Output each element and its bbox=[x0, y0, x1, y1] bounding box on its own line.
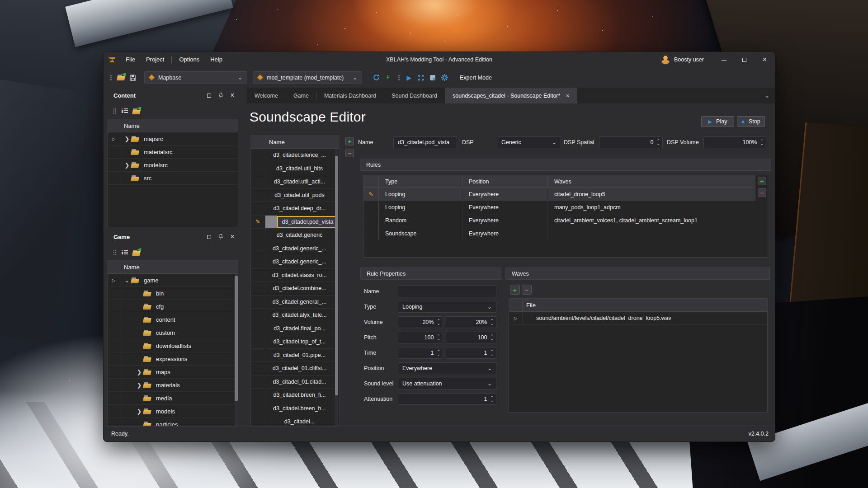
toolbar-grip[interactable] bbox=[109, 75, 113, 81]
add-rule-button[interactable]: + bbox=[758, 177, 766, 185]
soundscape-list-item[interactable]: d3_citadel... bbox=[251, 415, 339, 427]
maximize-button[interactable] bbox=[734, 52, 755, 67]
menu-help[interactable]: Help bbox=[205, 52, 228, 67]
scroll-thumb[interactable] bbox=[335, 156, 338, 395]
tree-row[interactable]: bin bbox=[108, 287, 238, 300]
game-tree-scrollbar[interactable] bbox=[235, 274, 238, 426]
panel-close-button[interactable]: × bbox=[226, 89, 238, 101]
refresh-button[interactable] bbox=[370, 72, 382, 84]
soundscape-list-scrollbar[interactable] bbox=[335, 149, 338, 426]
engine-selector[interactable]: Mapbase ⌄ bbox=[144, 71, 247, 84]
spinner-arrows[interactable]: ⌃⌄ bbox=[490, 350, 494, 356]
expand-view-button[interactable] bbox=[415, 72, 427, 84]
column-header-file[interactable]: File bbox=[526, 302, 536, 309]
tab-soundscape-editor[interactable]: soundscapes_citadel - Soundscape Editor*… bbox=[445, 88, 577, 103]
expander-icon[interactable]: ⌄ bbox=[123, 277, 131, 284]
menu-file[interactable]: File bbox=[120, 52, 141, 67]
pitch-max-stepper[interactable]: 100 ⌃⌄ bbox=[446, 332, 496, 343]
spin-down-icon[interactable]: ⌄ bbox=[490, 322, 494, 325]
remove-soundscape-button[interactable]: − bbox=[345, 149, 354, 157]
spinner-arrows[interactable]: ⌃⌄ bbox=[760, 140, 764, 145]
spin-down-icon[interactable]: ⌄ bbox=[490, 399, 494, 402]
soundscape-list-item[interactable]: d3_citadel.util_pods bbox=[251, 189, 339, 202]
tree-row[interactable]: content bbox=[108, 313, 238, 326]
soundscape-list-item[interactable]: d3_citadel.general_... bbox=[251, 296, 339, 309]
settings-button[interactable] bbox=[439, 72, 450, 84]
column-header-position[interactable]: Position bbox=[462, 175, 548, 188]
soundscape-list-item[interactable]: d3_citadel.generic_... bbox=[251, 242, 339, 256]
open-project-button[interactable] bbox=[115, 72, 127, 84]
tree-view-button[interactable] bbox=[119, 247, 131, 258]
mod-selector[interactable]: mod_template (mod_template) ⌄ bbox=[253, 71, 362, 84]
sound-level-select[interactable]: Use attenuation ⌄ bbox=[398, 378, 496, 389]
spinner-arrows[interactable]: ⌃⌄ bbox=[437, 335, 440, 341]
row-handle[interactable] bbox=[265, 216, 277, 229]
tab-game[interactable]: Game bbox=[286, 88, 316, 103]
snippets-button[interactable] bbox=[427, 72, 439, 84]
spinner-arrows[interactable]: ⌃⌄ bbox=[437, 319, 440, 325]
rule-type-select[interactable]: Looping ⌄ bbox=[398, 301, 496, 313]
spin-down-icon[interactable]: ⌄ bbox=[437, 338, 440, 341]
rule-row[interactable]: Looping Everywhere many_pods_loop1_adpcm bbox=[363, 201, 755, 214]
expander-icon[interactable]: ❯ bbox=[135, 408, 143, 415]
panel-maximize-button[interactable] bbox=[203, 231, 215, 243]
column-header-waves[interactable]: Waves bbox=[548, 175, 755, 188]
volume-min-stepper[interactable]: 20% ⌃⌄ bbox=[398, 316, 443, 328]
spin-down-icon[interactable]: ⌄ bbox=[490, 353, 494, 356]
panel-grip[interactable] bbox=[113, 108, 116, 114]
rule-name-input[interactable] bbox=[398, 286, 496, 297]
spinner-arrows[interactable]: ⌃⌄ bbox=[490, 319, 494, 325]
soundscape-list-item[interactable]: d3_citadel_01.cliffsi... bbox=[251, 362, 339, 375]
rule-row[interactable]: ✎ Looping Everywhere citadel_drone_loop5 bbox=[363, 188, 755, 201]
spin-down-icon[interactable]: ⌄ bbox=[490, 338, 494, 341]
volume-max-stepper[interactable]: 20% ⌃⌄ bbox=[446, 316, 496, 328]
dsp-select[interactable]: Generic ⌄ bbox=[497, 136, 561, 148]
tab-welcome[interactable]: Welcome bbox=[247, 88, 286, 103]
menu-project[interactable]: Project bbox=[141, 52, 170, 67]
soundscape-list-item[interactable]: d3_citadel_01.citad... bbox=[251, 375, 339, 389]
soundscape-list-item[interactable]: d3_citadel.alyx_tele... bbox=[251, 309, 339, 322]
tree-row[interactable]: custom bbox=[108, 326, 238, 339]
browse-folder-button[interactable] bbox=[131, 247, 142, 258]
column-header[interactable]: Name bbox=[124, 264, 140, 271]
rule-row[interactable]: Random Everywhere citadel_ambient_voices… bbox=[363, 214, 755, 227]
tree-row[interactable]: ❯ models bbox=[108, 405, 238, 418]
minimize-button[interactable]: — bbox=[714, 52, 734, 67]
tree-row[interactable]: ▷ ❯ mapsrc bbox=[108, 132, 238, 145]
tree-row[interactable]: ❯ modelsrc bbox=[108, 159, 238, 172]
column-header-type[interactable]: Type bbox=[379, 175, 462, 188]
tree-row[interactable]: cfg bbox=[108, 300, 238, 313]
dsp-volume-stepper[interactable]: 100% ⌃⌄ bbox=[703, 136, 766, 148]
expander-icon[interactable]: ❯ bbox=[123, 162, 131, 169]
expander-icon[interactable]: ▷ bbox=[509, 312, 523, 324]
soundscape-name-input[interactable]: d3_citadel.pod_vista bbox=[393, 136, 457, 148]
spinner-arrows[interactable]: ⌃⌄ bbox=[656, 140, 660, 145]
soundscape-list-item[interactable]: d3_citadel.generic bbox=[251, 229, 339, 242]
tree-view-button[interactable] bbox=[119, 105, 131, 117]
spin-down-icon[interactable]: ⌄ bbox=[437, 322, 440, 325]
tab-sound-dashboard[interactable]: Sound Dashboard bbox=[384, 88, 445, 103]
remove-rule-button[interactable]: − bbox=[758, 188, 766, 197]
soundscape-list-item[interactable]: d3_citadel.generic_... bbox=[251, 255, 339, 269]
add-button[interactable]: + bbox=[382, 72, 394, 84]
panel-pin-button[interactable] bbox=[215, 231, 226, 243]
panel-close-button[interactable]: × bbox=[226, 231, 238, 243]
rule-position-select[interactable]: Everywhere ⌄ bbox=[398, 362, 496, 374]
user-name[interactable]: Boosty user bbox=[674, 56, 704, 63]
dsp-spatial-stepper[interactable]: 0 ⌃⌄ bbox=[599, 136, 663, 148]
spinner-arrows[interactable]: ⌃⌄ bbox=[437, 350, 440, 356]
tree-row[interactable]: downloadlists bbox=[108, 339, 238, 352]
add-soundscape-button[interactable]: + bbox=[345, 137, 354, 145]
tree-row[interactable]: ❯ maps bbox=[108, 366, 238, 379]
soundscape-list-item[interactable]: d3_citadel.breen_h... bbox=[251, 402, 339, 416]
tab-materials-dashboard[interactable]: Materials Dashboard bbox=[316, 88, 384, 103]
remove-wave-button[interactable]: − bbox=[522, 285, 532, 295]
spin-down-icon[interactable]: ⌄ bbox=[760, 142, 764, 145]
scroll-thumb[interactable] bbox=[235, 276, 238, 401]
user-avatar[interactable] bbox=[660, 55, 670, 65]
wave-row[interactable]: ▷ sound/ambient/levels/citadel/citadel_d… bbox=[509, 312, 767, 325]
tree-row[interactable]: media bbox=[108, 392, 238, 405]
column-header[interactable]: Name bbox=[124, 122, 140, 129]
tree-row[interactable]: expressions bbox=[108, 352, 238, 366]
soundscape-list-item[interactable]: d3_citadel.silence_... bbox=[251, 149, 339, 162]
